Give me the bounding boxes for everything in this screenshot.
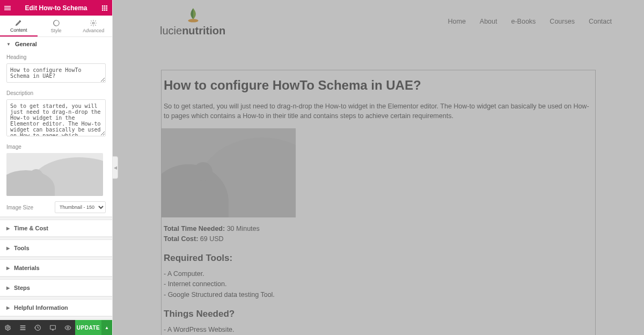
nav-ebooks[interactable]: e-Books (511, 18, 536, 25)
tools-list: - A Computer. - Internet connection. - G… (162, 269, 595, 300)
tab-content[interactable]: Content (0, 16, 38, 37)
howto-meta: Total Time Needed: 30 Minutes Total Cost… (162, 224, 595, 244)
description-label: Description (6, 90, 106, 96)
svg-rect-15 (20, 325, 25, 326)
list-item: - A WordPress Website. (164, 325, 593, 335)
heading-input[interactable] (6, 63, 106, 83)
materials-heading: Things Needed? (162, 309, 595, 319)
tab-style-label: Style (51, 28, 62, 33)
caret-right-icon: ▶ (6, 305, 10, 310)
section-time-cost[interactable]: ▶Time & Cost (0, 220, 112, 237)
menu-icon[interactable] (0, 0, 15, 16)
svg-rect-9 (102, 9, 104, 11)
tab-content-label: Content (10, 27, 27, 33)
section-general-label: General (15, 41, 37, 47)
list-item: - A Computer. (164, 269, 593, 279)
responsive-icon[interactable] (45, 320, 60, 335)
section-helpful-info[interactable]: ▶Helpful Information (0, 300, 112, 316)
site-header: lucienutrition Home About e-Books Course… (113, 0, 644, 43)
howto-image-placeholder (162, 128, 296, 217)
update-button[interactable]: UPDATE (75, 320, 101, 335)
svg-rect-2 (4, 9, 11, 10)
caret-right-icon: ▶ (6, 286, 10, 290)
sidebar-tabs: Content Style Advanced (0, 16, 112, 37)
preview-icon[interactable] (60, 320, 75, 335)
heading-label: Heading (6, 54, 106, 60)
svg-point-19 (67, 326, 68, 328)
sidebar-header: Edit How-to Schema (0, 0, 112, 16)
total-cost-value: 69 USD (200, 235, 224, 243)
collapse-sidebar-handle[interactable]: ◀ (113, 156, 118, 179)
svg-rect-18 (50, 325, 55, 329)
editor-sidebar: Edit How-to Schema Content Style Advance… (0, 0, 113, 335)
list-item: - Google Structured data testing Tool. (164, 290, 593, 300)
site-logo[interactable]: lucienutrition (161, 6, 225, 37)
total-time-label: Total Time Needed: (164, 225, 225, 232)
svg-point-14 (6, 326, 8, 328)
svg-rect-11 (106, 9, 108, 11)
section-materials[interactable]: ▶Materials (0, 260, 112, 276)
image-size-label: Image Size (6, 205, 50, 210)
sidebar-body: ▼General Heading Description Image Image… (0, 37, 112, 320)
nav-about[interactable]: About (480, 18, 497, 25)
leaf-icon (185, 6, 202, 24)
svg-rect-3 (102, 5, 104, 7)
tools-heading: Required Tools: (162, 253, 595, 264)
page-content: How to configure HowTo Schema in UAE? So… (113, 70, 644, 335)
section-steps[interactable]: ▶Steps (0, 280, 112, 296)
image-placeholder[interactable] (6, 153, 103, 196)
list-item: - Internet connection. (164, 279, 593, 289)
svg-rect-8 (106, 7, 108, 9)
image-label: Image (6, 144, 106, 150)
howto-widget[interactable]: How to configure HowTo Schema in UAE? So… (161, 70, 596, 335)
image-size-select[interactable]: Thumbnail - 150 x 150 (55, 201, 106, 213)
tab-advanced[interactable]: Advanced (75, 16, 112, 37)
update-caret-button[interactable]: ▲ (101, 320, 112, 335)
total-time-value: 30 Minutes (227, 225, 260, 232)
svg-rect-4 (104, 5, 106, 7)
update-wrap: UPDATE ▲ (75, 320, 112, 335)
svg-rect-5 (106, 5, 108, 7)
caret-right-icon: ▶ (6, 226, 10, 231)
site-nav: Home About e-Books Courses Contact (448, 18, 612, 25)
howto-description: So to get started, you will just need to… (162, 101, 595, 121)
howto-title: How to configure HowTo Schema in UAE? (162, 78, 595, 93)
materials-list: - A WordPress Website. - Elementor Plugi… (162, 325, 595, 335)
svg-point-20 (188, 19, 199, 22)
navigator-icon[interactable] (15, 320, 30, 335)
field-heading: Heading (0, 51, 112, 87)
svg-point-13 (92, 22, 94, 24)
nav-contact[interactable]: Contact (589, 18, 612, 25)
field-description: Description (0, 87, 112, 141)
svg-rect-16 (20, 327, 25, 328)
tab-style[interactable]: Style (38, 16, 75, 37)
field-image-size: Image Size Thumbnail - 150 x 150 (0, 198, 112, 216)
sidebar-title: Edit How-to Schema (15, 4, 97, 12)
history-icon[interactable] (30, 320, 45, 335)
svg-rect-1 (4, 8, 11, 9)
nav-courses[interactable]: Courses (550, 18, 575, 25)
section-general-header[interactable]: ▼General (0, 37, 112, 51)
caret-down-icon: ▼ (6, 42, 11, 47)
sidebar-footer: UPDATE ▲ (0, 320, 112, 335)
section-general: ▼General Heading Description Image Image… (0, 37, 112, 217)
svg-rect-0 (4, 6, 11, 7)
settings-icon[interactable] (0, 320, 15, 335)
svg-rect-7 (104, 7, 106, 9)
description-input[interactable] (6, 99, 106, 136)
total-cost-label: Total Cost: (164, 235, 198, 243)
tab-advanced-label: Advanced (83, 28, 104, 33)
apps-icon[interactable] (97, 0, 112, 16)
nav-home[interactable]: Home (448, 18, 465, 25)
svg-rect-17 (20, 329, 25, 330)
preview-area: lucienutrition Home About e-Books Course… (113, 0, 644, 335)
svg-rect-10 (104, 9, 106, 11)
logo-text: lucienutrition (160, 25, 225, 37)
svg-rect-6 (102, 7, 104, 9)
caret-right-icon: ▶ (6, 266, 10, 271)
caret-right-icon: ▶ (6, 246, 10, 251)
section-tools[interactable]: ▶Tools (0, 240, 112, 257)
field-image: Image (0, 141, 112, 198)
